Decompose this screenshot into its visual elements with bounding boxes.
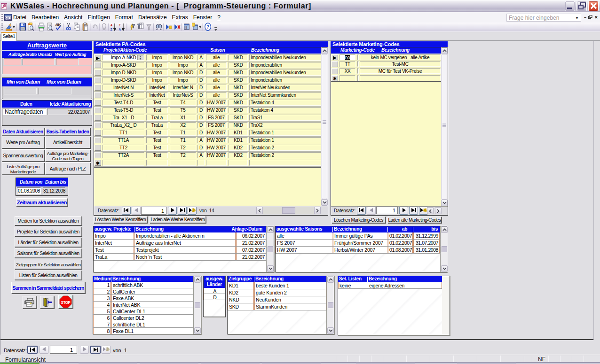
svg-text:STOP: STOP xyxy=(61,300,71,305)
svg-text:A: A xyxy=(111,23,112,27)
svg-text:Z: Z xyxy=(111,27,112,31)
svg-text:A: A xyxy=(119,27,121,31)
svg-text:?: ? xyxy=(206,24,209,30)
svg-text:Z: Z xyxy=(119,23,121,27)
